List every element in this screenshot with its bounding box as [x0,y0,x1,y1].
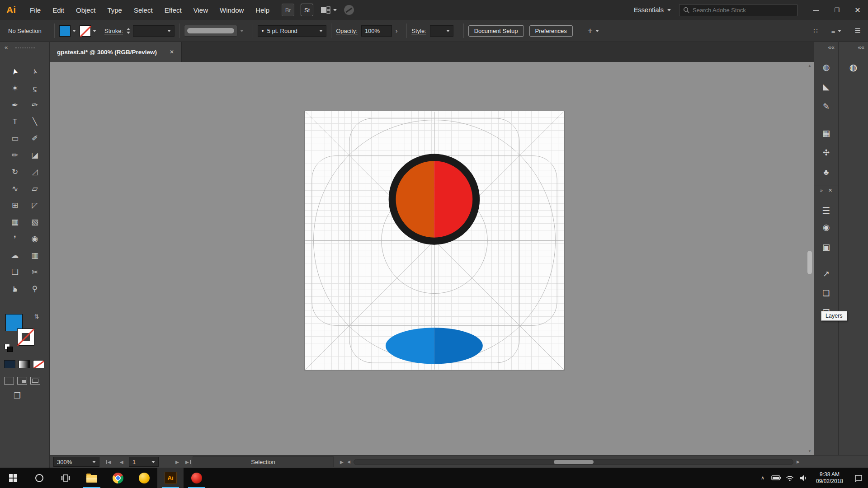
bridge-icon[interactable]: Br [282,4,294,16]
stock-icon[interactable]: St [301,4,313,16]
task-view-button[interactable] [52,468,79,488]
tray-overflow-icon[interactable]: ∧ [756,468,769,488]
symbols-panel-icon[interactable]: ♣ [814,166,838,178]
perspective-grid-tool[interactable]: ◸ [26,198,44,213]
scale-tool[interactable]: ◿ [26,164,44,179]
last-artboard-button[interactable]: ▶ [185,455,191,468]
red-app-button[interactable] [184,468,210,488]
arrange-documents-icon[interactable] [321,6,337,14]
close-button[interactable]: ✕ [847,0,868,20]
vertical-scrollbar[interactable]: ▲ ▼ [806,64,813,453]
menu-select[interactable]: Select [128,0,159,20]
libraries-panel-icon[interactable]: ◍ [814,61,838,74]
volume-icon[interactable] [797,468,810,488]
collapse-dock-icon[interactable]: «« [828,44,835,51]
none-button[interactable] [33,360,44,368]
menu-edit[interactable]: Edit [47,0,70,20]
adobe-stock-search[interactable] [679,4,797,16]
column-graph-tool[interactable]: ▥ [26,248,44,263]
stroke-weight-combo[interactable] [133,25,175,37]
rotate-tool[interactable]: ↻ [6,164,24,179]
color-button[interactable] [4,360,15,368]
scroll-down-icon[interactable]: ▼ [806,449,813,453]
taskbar-clock[interactable]: 9:38 AM 09/02/2018 [810,471,849,485]
close-panel-icon[interactable]: ✕ [828,188,832,193]
stroke-weight-stepper[interactable] [127,28,130,34]
sync-status-icon[interactable] [344,5,354,15]
hand-tool[interactable]: ☛ [8,280,23,298]
free-transform-tool[interactable]: ▱ [26,181,44,196]
swap-fill-stroke-icon[interactable]: ⇄ [33,314,40,319]
opacity-combo[interactable]: 100% [361,25,392,37]
eyedropper-tool[interactable]: ❜ [6,231,24,246]
fill-color-swatch[interactable] [59,25,71,37]
tab-close-icon[interactable]: ✕ [170,49,174,55]
stroke-swatch[interactable] [17,328,34,346]
scroll-up-icon[interactable]: ▲ [806,64,813,68]
color-guide-panel-icon[interactable]: ▣ [814,241,838,253]
stroke-color-control[interactable] [80,25,96,37]
pen-tool[interactable]: ✒ [6,98,24,113]
workspace-switcher[interactable]: Essentials [634,6,671,14]
cortana-button[interactable] [26,468,52,488]
panel-menu-icon[interactable]: ☰ [855,27,861,35]
zoom-tool[interactable]: ⚲ [26,282,44,296]
action-center-button[interactable] [849,468,868,488]
minimize-button[interactable]: — [806,0,826,20]
menu-file[interactable]: File [24,0,47,20]
collapse-dock-icon[interactable]: «« [858,44,864,51]
artboard-number-combo[interactable]: 1 [129,457,159,467]
shape-builder-tool[interactable]: ⊞ [6,198,24,213]
color-panel-icon[interactable]: ◉ [814,221,838,234]
menu-effect[interactable]: Effect [159,0,188,20]
properties-panel-icon[interactable]: ☰ [814,204,838,217]
search-input[interactable] [693,7,793,14]
lasso-tool[interactable]: ϛ [26,81,44,96]
paintbrush-tool[interactable]: ✐ [26,131,44,146]
status-flyout-icon[interactable]: ▶ [340,455,344,468]
first-artboard-button[interactable]: ◀ [106,455,111,468]
horizontal-scrollbar[interactable] [354,459,793,465]
two-tone-circle-shape[interactable] [392,157,476,241]
vertical-scroll-thumb[interactable] [807,251,812,274]
document-setup-button[interactable]: Document Setup [468,25,524,37]
collapse-tools-icon[interactable]: « [5,44,8,51]
draw-normal-button[interactable] [4,377,14,385]
type-tool[interactable]: T [6,114,24,129]
align-options[interactable]: ✛ [588,28,599,34]
swatches-panel-icon[interactable]: ▦ [814,127,838,140]
layers-panel-icon[interactable]: ❏ [814,287,838,300]
style-combo[interactable] [430,25,453,37]
horizontal-scroll-thumb[interactable] [554,460,594,464]
next-artboard-button[interactable]: ▶ [175,455,179,468]
curvature-tool[interactable]: ✑ [26,98,44,113]
opacity-expander[interactable]: › [396,28,397,34]
artboard[interactable] [304,111,565,371]
restore-button[interactable]: ❐ [826,0,847,20]
artboard-tool[interactable]: ❏ [6,265,24,280]
chrome-button[interactable] [105,468,131,488]
export-panel-icon[interactable]: ↗ [814,267,838,280]
draw-inside-button[interactable] [30,377,40,385]
brush-definition-combo[interactable]: ● 5 pt. Round [258,25,326,37]
scroll-right-icon[interactable]: ▶ [797,455,800,468]
expand-panel-icon[interactable]: » [820,188,823,193]
yellow-app-button[interactable] [131,468,157,488]
menu-window[interactable]: Window [214,0,250,20]
mesh-tool[interactable]: ▦ [6,215,24,230]
menu-type[interactable]: Type [101,0,128,20]
two-tone-ellipse-shape[interactable] [386,328,483,364]
brushes-panel-icon[interactable]: ✣ [814,146,838,159]
gradient-button[interactable] [19,360,30,368]
panel-grid-icon[interactable]: ∷ [813,27,818,35]
menu-view[interactable]: View [188,0,214,20]
magic-wand-tool[interactable]: ✶ [6,81,24,96]
gradient-tool[interactable]: ▧ [26,215,44,230]
canvas[interactable]: ▲ ▼ [50,62,814,455]
panel-list-options[interactable]: ≡ [831,27,841,35]
rectangle-tool[interactable]: ▭ [6,131,24,146]
shaper-tool[interactable]: ✏ [6,148,24,163]
style-label[interactable]: Style: [411,28,426,34]
eraser-tool[interactable]: ◪ [26,148,44,163]
width-profile-preview[interactable] [184,25,237,37]
